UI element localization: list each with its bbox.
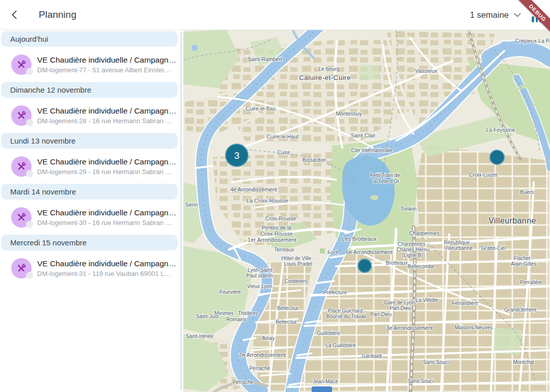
map-label: Bissardon	[302, 157, 326, 163]
map-label: Cuire	[277, 149, 290, 155]
map-label: Charpennes -	[398, 241, 429, 247]
planning-section: Mardi 14 novembreVE Chaudière individuel…	[0, 182, 183, 229]
item-title: VE Chaudière individuelle / Campagn…	[37, 55, 176, 65]
map-label: Préfecture	[323, 290, 347, 295]
map-label: Caluire-et-Cuire	[299, 74, 351, 81]
map-label: Ainay	[262, 335, 274, 341]
map-label: Garibaldi	[362, 353, 382, 359]
period-selector[interactable]: 1 semaine	[470, 10, 522, 20]
date-section-header: Mardi 14 novembre	[1, 184, 178, 200]
map-label: Cuire-le-Haut	[267, 133, 299, 139]
item-title: VE Chaudière individuelle / Campagn…	[37, 259, 176, 268]
item-title: VE Chaudière individuelle / Campagn…	[37, 157, 176, 166]
status-dot	[26, 170, 33, 177]
planning-item[interactable]: VE Chaudière individuelle / Campagn…DM-l…	[11, 104, 178, 127]
map-marker[interactable]	[358, 259, 371, 272]
map-label: 1er Arrondissement	[248, 237, 296, 243]
map-label: Pentes de la	[262, 225, 292, 231]
map-label: Terreaux	[274, 247, 294, 253]
item-subtitle: DM-logement-28 - 16 rue Hermann Sabran …	[37, 117, 176, 125]
map-label: La Guillotière	[326, 343, 356, 348]
map-label: 6e Arrondissement	[346, 249, 393, 255]
planning-section: Mercredi 15 novembreVE Chaudière individ…	[0, 233, 183, 280]
map-label: Foch	[327, 250, 339, 256]
item-text: VE Chaudière individuelle / Campagn…DM-l…	[37, 259, 176, 277]
work-order-tools-icon	[11, 105, 32, 126]
map-station-box	[312, 386, 332, 392]
planning-section: Lundi 13 novembreVE Chaudière individuel…	[0, 131, 183, 178]
map-label: Guillotière	[317, 330, 340, 336]
planning-section: Dimanche 12 novembreVE Chaudière individ…	[0, 80, 183, 127]
item-title: VE Chaudière individuelle / Campagn…	[37, 106, 176, 116]
map-label: Petit Train de	[370, 173, 400, 178]
map-label: Buers	[520, 189, 534, 195]
map-label: Saint-Just	[196, 314, 219, 319]
map-label: 4e Arrondissement	[230, 186, 277, 192]
date-section-header: Mercredi 15 novembre	[1, 235, 178, 250]
map-label: Jean-Macé	[313, 379, 338, 384]
planning-section: Aujourd'huiVE Chaudière individuelle / C…	[0, 30, 183, 76]
status-dot	[26, 119, 33, 126]
map-label: Charles Hernu	[397, 247, 429, 253]
map-label: Place Guichard -	[328, 308, 366, 314]
date-section-header: Dimanche 12 novembre	[1, 82, 178, 98]
item-text: VE Chaudière individuelle / Campagn…DM-l…	[37, 157, 176, 176]
map-label: Flachet -	[514, 256, 534, 261]
map-label: Alain Gilles	[511, 261, 536, 267]
map-label: La Croix-Rousse	[246, 198, 288, 204]
map-label: Part-Dieu	[390, 305, 411, 311]
map-label: Bellecour	[277, 305, 298, 311]
map[interactable]: Saint-RambertLe bourgCaluire-et-CuireVas…	[183, 30, 550, 392]
map-label: Perralière	[520, 279, 542, 285]
planning-bars-icon[interactable]	[532, 7, 545, 22]
map-label: La Feyssine	[486, 127, 515, 133]
map-label: Montchat	[513, 359, 534, 365]
chevron-left-icon	[9, 9, 20, 20]
map-label: Gare de Lyon-	[384, 300, 417, 305]
map-label: Romains	[226, 317, 246, 322]
map-label: 3e Arrondissement	[386, 325, 433, 331]
top-bar: Planning 1 semaine	[0, 0, 550, 30]
map-label: Cordeliers	[284, 278, 308, 284]
item-text: VE Chaudière individuelle / Campagn…DM-l…	[37, 106, 176, 125]
work-order-tools-icon	[11, 207, 32, 228]
status-dot	[26, 272, 33, 279]
map-label: Sans Souci	[423, 359, 449, 365]
planning-item[interactable]: VE Chaudière individuelle / Campagn…DM-l…	[11, 206, 178, 229]
map-label: Part-Dieu	[370, 312, 392, 317]
map-label: Gratte-Ciel	[481, 245, 506, 251]
planning-item[interactable]: VE Chaudière individuelle / Campagn…DM-l…	[11, 53, 178, 76]
work-order-tools-icon	[11, 258, 32, 278]
map-label: Croix-Rousse	[260, 231, 293, 237]
planning-item[interactable]: VE Chaudière individuelle / Campagn…DM-l…	[11, 155, 178, 178]
map-label: Vieux Lyon	[248, 284, 272, 289]
map-label: Fourvière	[219, 289, 241, 295]
chevron-down-icon	[512, 10, 522, 20]
map-label: Minimes - Théâtres	[214, 311, 258, 316]
work-order-tools-icon	[11, 156, 32, 177]
map-label: Bourse du Travail	[326, 314, 366, 319]
map-label: Tonkin	[400, 206, 417, 212]
map-marker[interactable]	[490, 150, 504, 164]
item-title: VE Chaudière individuelle / Campagn…	[37, 208, 176, 217]
period-value: 1 semaine	[470, 10, 509, 20]
map-label: Perrache	[233, 379, 254, 385]
map-label: Cuire-le-Bas	[246, 105, 276, 111]
map-cluster-marker[interactable]: 3	[226, 144, 248, 166]
work-order-tools-icon	[11, 54, 32, 75]
map-label: la Tête d'Or	[373, 179, 399, 184]
top-bar-right: 1 semaine	[470, 7, 550, 22]
planning-screen: Planning 1 semaine DEBUG Aujourd'huiVE C…	[0, 0, 550, 392]
map-label: Villeurbanne	[444, 245, 473, 251]
cluster-count: 3	[234, 150, 240, 161]
map-label: Bellecombe	[408, 264, 435, 269]
map-label: La Villette	[416, 297, 438, 303]
planning-item[interactable]: VE Chaudière individuelle / Campagn…DM-l…	[11, 257, 178, 280]
map-label: (Ligne B)	[402, 253, 423, 258]
list-scrollbar[interactable]	[180, 32, 182, 390]
item-subtitle: DM-logement-77 - 51 avenue Albert Einste…	[37, 66, 176, 74]
map-label: Vassieux	[415, 68, 437, 74]
back-button[interactable]	[0, 0, 30, 30]
map-label: Paul station	[246, 273, 273, 278]
item-subtitle: DM-logement-29 - 16 rue Hermann Sabran …	[37, 168, 176, 176]
